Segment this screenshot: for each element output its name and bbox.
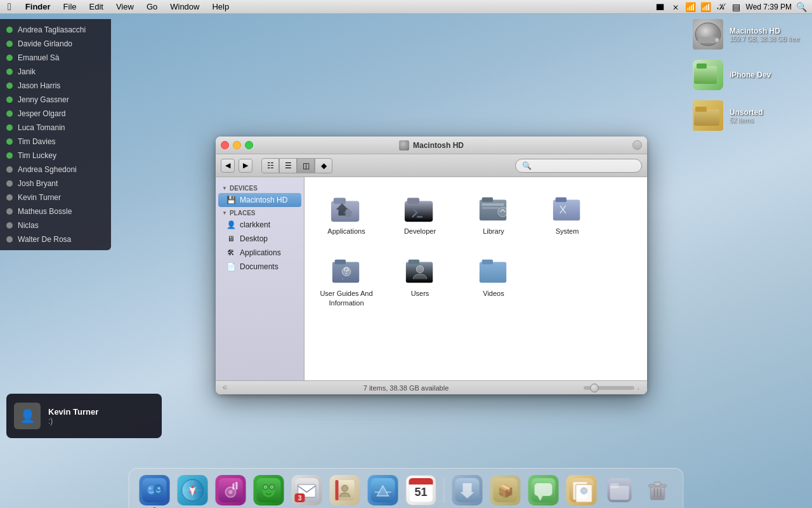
finder-item-library[interactable]: Library bbox=[462, 187, 525, 239]
sidebar-item-documents[interactable]: 📄 Documents bbox=[216, 260, 304, 274]
menu-edit[interactable]: Edit bbox=[83, 0, 110, 14]
sidebar-item-desktop[interactable]: 🖥 Desktop bbox=[216, 232, 304, 246]
dock-mail[interactable]: 3 bbox=[289, 472, 325, 508]
dock-itunes[interactable] bbox=[213, 472, 249, 508]
svg-rect-77 bbox=[610, 483, 619, 488]
menubar:  Finder File Edit View Go Window Help ⯀… bbox=[0, 0, 812, 14]
contact-davide[interactable]: Davide Girlando bbox=[0, 37, 111, 51]
menu-help[interactable]: Help bbox=[206, 0, 235, 14]
finder-item-videos[interactable]: Videos bbox=[462, 250, 525, 311]
window-minimize-button[interactable] bbox=[233, 141, 241, 149]
resize-handle[interactable]: ⋲ bbox=[221, 384, 228, 392]
bluetooth2-icon: 📶 bbox=[685, 2, 697, 12]
dock-address-book[interactable] bbox=[327, 472, 363, 508]
sidebar-item-clarkkent[interactable]: 👤 clarkkent bbox=[216, 218, 304, 232]
contact-jason[interactable]: Jason Harris bbox=[0, 79, 111, 93]
contact-name: Andrea Sghedoni bbox=[18, 165, 77, 174]
contact-kevin[interactable]: Kevin Turner bbox=[0, 190, 111, 204]
notification-bubble[interactable]: 👤 Kevin Turner :) bbox=[6, 394, 162, 438]
dock-ichat[interactable] bbox=[526, 472, 561, 508]
svg-rect-3 bbox=[694, 66, 717, 84]
dock: 3 bbox=[129, 468, 684, 508]
menu-window[interactable]: Window bbox=[164, 0, 206, 14]
desktop-sidebar-icon: 🖥 bbox=[226, 234, 236, 244]
contact-niclas[interactable]: Niclas bbox=[0, 218, 111, 232]
contact-andrea-s[interactable]: Andrea Sghedoni bbox=[0, 163, 111, 177]
iphonedev-folder-icon bbox=[693, 60, 723, 90]
contact-tim-d[interactable]: Tim Davies bbox=[0, 135, 111, 149]
svg-text:📦: 📦 bbox=[497, 483, 513, 498]
apple-menu[interactable]:  bbox=[0, 0, 19, 14]
finder-body: ▼ DEVICES 💾 Macintosh HD ▼ PLACES 👤 clar… bbox=[216, 177, 647, 380]
dock-separator bbox=[444, 478, 445, 503]
menu-view[interactable]: View bbox=[110, 0, 140, 14]
dock-trash[interactable] bbox=[640, 472, 676, 508]
finder-search-box[interactable]: 🔍 bbox=[515, 159, 642, 173]
svg-rect-20 bbox=[335, 260, 346, 265]
macintosh-hd-icon[interactable]: Macintosh HD 159.7 GB, 38.38 GB free bbox=[693, 19, 799, 50]
column-view-button[interactable]: ◫ bbox=[297, 158, 315, 173]
svg-rect-17 bbox=[556, 197, 566, 203]
icon-view-button[interactable]: ☷ bbox=[261, 158, 279, 173]
finder-item-users[interactable]: Users bbox=[388, 250, 452, 311]
finder-title-disk-icon bbox=[399, 140, 409, 150]
status-dot bbox=[6, 194, 13, 201]
back-button[interactable]: ◀ bbox=[221, 159, 235, 173]
videos-icon bbox=[477, 253, 510, 286]
sidebar-item-applications[interactable]: 🛠 Applications bbox=[216, 246, 304, 260]
corner-resize[interactable]: ⌟ bbox=[634, 384, 642, 392]
dock-downloads[interactable] bbox=[450, 472, 485, 508]
dock-stuff[interactable]: 📦 bbox=[488, 472, 523, 508]
stuff-dock-icon: 📦 bbox=[490, 475, 521, 505]
finder-item-developer[interactable]: Developer bbox=[388, 187, 452, 239]
contact-andrea-t[interactable]: Andrea Tagliasacchi bbox=[0, 23, 111, 37]
dock-safari[interactable] bbox=[175, 472, 211, 508]
search-icon[interactable]: 🔍 bbox=[796, 2, 807, 12]
svg-point-30 bbox=[154, 485, 163, 495]
sidebar-item-macintosh-hd[interactable]: 💾 Macintosh HD bbox=[218, 193, 301, 207]
window-close-button[interactable] bbox=[221, 141, 229, 149]
videos-label: Videos bbox=[483, 289, 504, 298]
svg-point-32 bbox=[158, 487, 160, 490]
menu-file[interactable]: File bbox=[57, 0, 83, 14]
coverflow-view-button[interactable]: ◆ bbox=[315, 158, 332, 173]
appstore-dock-icon bbox=[368, 475, 398, 505]
menu-go[interactable]: Go bbox=[140, 0, 164, 14]
window-maximize-button[interactable] bbox=[245, 141, 253, 149]
unsorted-icon[interactable]: Unsorted 52 items bbox=[693, 100, 799, 131]
contact-josh[interactable]: Josh Bryant bbox=[0, 177, 111, 190]
svg-rect-24 bbox=[409, 260, 419, 265]
dock-preview[interactable] bbox=[564, 472, 599, 508]
unsorted-label: Unsorted 52 items bbox=[730, 108, 763, 124]
finder-item-applications[interactable]: Applications bbox=[315, 187, 378, 239]
contact-jenny[interactable]: Jenny Gassner bbox=[0, 93, 111, 107]
svg-point-74 bbox=[585, 488, 587, 490]
user-sidebar-icon: 👤 bbox=[226, 220, 236, 230]
dock-finder2[interactable] bbox=[602, 472, 638, 508]
finder-item-userguides[interactable]: User Guides And Information bbox=[315, 250, 378, 311]
contact-emanuel[interactable]: Emanuel Sà bbox=[0, 51, 111, 65]
status-dot bbox=[6, 110, 13, 117]
dock-frogger[interactable] bbox=[251, 472, 287, 508]
iphone-dev-icon[interactable]: iPhone Dev bbox=[693, 60, 799, 90]
notif-avatar: 👤 bbox=[14, 403, 41, 429]
dock-appstore[interactable] bbox=[365, 472, 401, 508]
contact-matheus[interactable]: Matheus Bossle bbox=[0, 204, 111, 218]
contact-name: Jason Harris bbox=[18, 81, 60, 90]
status-dot bbox=[6, 236, 13, 243]
contact-jesper[interactable]: Jesper Olgard bbox=[0, 107, 111, 121]
contact-janik[interactable]: Janik bbox=[0, 65, 111, 79]
contact-walter[interactable]: Walter De Rosa bbox=[0, 232, 111, 246]
dock-finder[interactable] bbox=[137, 472, 173, 508]
airport-icon: 📶 bbox=[700, 2, 712, 12]
zoom-slider-thumb[interactable] bbox=[590, 384, 599, 392]
dock-calendar[interactable]: 51 bbox=[403, 472, 439, 508]
contact-luca[interactable]: Luca Tomanin bbox=[0, 121, 111, 135]
window-expand-button[interactable] bbox=[632, 140, 642, 150]
list-view-button[interactable]: ☰ bbox=[279, 158, 297, 173]
forward-button[interactable]: ▶ bbox=[239, 159, 252, 173]
zoom-slider[interactable] bbox=[584, 386, 634, 390]
finder-item-system[interactable]: X System bbox=[535, 187, 599, 239]
contact-tim-l[interactable]: Tim Luckey bbox=[0, 149, 111, 163]
menu-finder[interactable]: Finder bbox=[19, 0, 57, 14]
